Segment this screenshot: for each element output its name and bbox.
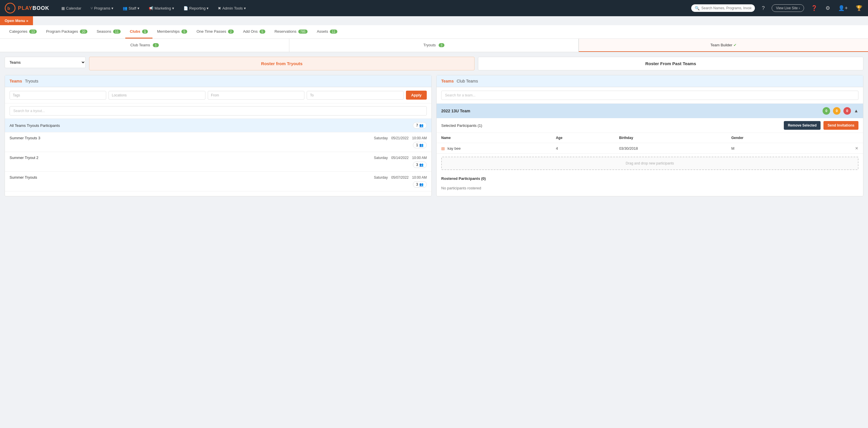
nav-reporting[interactable]: 📄 Reporting ▾ bbox=[182, 5, 210, 11]
table-row: ▤ kay bee 4 03/30/2018 M ✕ bbox=[437, 143, 863, 154]
tryout-row[interactable]: Summer Tryouts Saturday 05/07/2022 10:00… bbox=[5, 172, 431, 192]
team-search-input[interactable] bbox=[441, 91, 859, 100]
global-search-input[interactable] bbox=[701, 6, 751, 10]
nav-staff[interactable]: 👥 Staff ▾ bbox=[121, 5, 141, 11]
open-menu-label[interactable]: Open Menu » bbox=[0, 16, 33, 25]
filter-bar: Apply bbox=[5, 87, 431, 104]
remove-selected-button[interactable]: Remove Selected bbox=[784, 121, 820, 130]
col-actions bbox=[812, 133, 863, 143]
navbar: b PLAYBOOK ▦ Calendar ⑂ Programs ▾ 👥 Sta… bbox=[0, 0, 868, 16]
collapse-icon[interactable]: ▲ bbox=[854, 108, 859, 114]
participant-name: ▤ kay bee bbox=[437, 143, 551, 154]
tryout-name: Summer Tryouts 3 bbox=[9, 136, 370, 140]
settings-icon[interactable]: ⚙ bbox=[824, 4, 831, 12]
tryout-count-badge: 3 👥 bbox=[413, 181, 427, 188]
all-tryouts-count: 7 👥 bbox=[413, 122, 427, 129]
rostered-label: Rostered Participants (0) bbox=[441, 176, 859, 181]
tryout-count-badge: 1 👥 bbox=[413, 142, 427, 148]
person-icon: 👥 bbox=[419, 123, 424, 127]
tryout-time: 10:00 AM bbox=[412, 156, 427, 160]
right-panel: Teams Club Teams 2022 13U Team 0 0 0 ▲ S… bbox=[436, 75, 863, 196]
trophy-icon[interactable]: 🏆 bbox=[855, 4, 863, 12]
tab-assets-badge: 11 bbox=[330, 30, 337, 34]
tab-assets[interactable]: Assets 11 bbox=[312, 25, 342, 38]
person-icon: 👥 bbox=[419, 182, 424, 187]
open-menu-bar[interactable]: Open Menu » bbox=[0, 16, 868, 25]
tab-seasons-badge: 11 bbox=[113, 30, 121, 34]
tab-add-ons[interactable]: Add Ons 5 bbox=[239, 25, 270, 38]
sub-tab-club-teams-badge: 1 bbox=[153, 43, 159, 47]
tab-clubs[interactable]: Clubs 1 bbox=[125, 25, 153, 38]
participant-remove[interactable]: ✕ bbox=[812, 143, 863, 154]
team-name: 2022 13U Team bbox=[441, 109, 820, 113]
drag-drop-area[interactable]: Drag and drop new participants bbox=[441, 156, 859, 170]
tryout-date: 05/07/2022 bbox=[391, 175, 408, 179]
send-invitations-button[interactable]: Send Invitations bbox=[824, 121, 859, 130]
roster-from-tryouts-button[interactable]: Roster from Tryouts bbox=[89, 57, 474, 70]
nav-programs[interactable]: ⑂ Programs ▾ bbox=[89, 5, 115, 11]
apply-button[interactable]: Apply bbox=[406, 91, 427, 99]
locations-input[interactable] bbox=[108, 91, 205, 99]
help-circle-icon[interactable]: ❓ bbox=[810, 4, 818, 12]
staff-icon: 👥 bbox=[123, 6, 127, 10]
tryout-name: Summer Tryouts bbox=[9, 175, 370, 179]
left-panel-header: Teams Tryouts bbox=[5, 75, 431, 87]
sub-tab-tryouts-badge: 3 bbox=[439, 43, 444, 47]
help-icon[interactable]: ? bbox=[761, 4, 766, 12]
participant-gender: M bbox=[726, 143, 812, 154]
panels: Teams Tryouts Apply All Teams Tryouts Pa… bbox=[5, 75, 863, 196]
team-search-bar bbox=[437, 87, 863, 104]
tab-reservations[interactable]: Reservations 785 bbox=[270, 25, 312, 38]
left-header-teams-label: Teams bbox=[9, 79, 22, 83]
tab-one-time-passes-badge: 2 bbox=[228, 30, 234, 34]
selected-participants-bar: Selected Participants (1) Remove Selecte… bbox=[437, 118, 863, 133]
from-input[interactable] bbox=[208, 91, 304, 99]
tab-add-ons-badge: 5 bbox=[259, 30, 265, 34]
participants-table: Name Age Birthday Gender ▤ kay bee 4 bbox=[437, 133, 863, 154]
tryout-day: Saturday bbox=[374, 175, 388, 179]
programs-icon: ⑂ bbox=[91, 6, 93, 10]
logo: b PLAYBOOK bbox=[5, 3, 49, 13]
tab-seasons[interactable]: Seasons 11 bbox=[92, 25, 125, 38]
tab-categories[interactable]: Categories 13 bbox=[5, 25, 41, 38]
sub-tab-tryouts[interactable]: Tryouts 3 bbox=[289, 39, 579, 52]
to-input[interactable] bbox=[307, 91, 403, 99]
left-header-section-label: Tryouts bbox=[25, 79, 38, 83]
tryout-time: 10:00 AM bbox=[412, 136, 427, 140]
all-tryouts-row[interactable]: All Teams Tryouts Participants 7 👥 bbox=[5, 119, 431, 132]
check-icon: ✔ bbox=[734, 43, 737, 47]
tab-memberships[interactable]: Memberships 5 bbox=[153, 25, 192, 38]
sub-tab-club-teams[interactable]: Club Teams 1 bbox=[0, 39, 289, 52]
participant-icon: ▤ bbox=[441, 146, 445, 150]
tryout-count-badge: 3 👥 bbox=[413, 162, 427, 168]
right-panel-header: Teams Club Teams bbox=[437, 75, 863, 87]
teams-dropdown[interactable]: Teams bbox=[5, 57, 86, 68]
roster-from-past-button[interactable]: Roster From Past Teams bbox=[478, 57, 863, 70]
global-search-wrap: 🔍 bbox=[691, 4, 755, 12]
rostered-section: Rostered Participants (0) No participant… bbox=[437, 173, 863, 196]
team-badge-green: 0 bbox=[823, 107, 830, 115]
tab-one-time-passes[interactable]: One Time Passes 2 bbox=[192, 25, 239, 38]
view-live-button[interactable]: View Live Site › bbox=[772, 4, 804, 12]
tags-input[interactable] bbox=[9, 91, 106, 99]
nav-admin[interactable]: ✖ Admin Tools ▾ bbox=[216, 5, 248, 11]
sub-tabs: Club Teams 1 Tryouts 3 Team Builder ✔ bbox=[0, 39, 868, 52]
logo-text: PLAYBOOK bbox=[18, 5, 49, 11]
user-add-icon[interactable]: 👤+ bbox=[837, 4, 849, 12]
remove-participant-icon[interactable]: ✕ bbox=[855, 146, 859, 150]
nav-calendar[interactable]: ▦ Calendar bbox=[60, 5, 83, 11]
col-name: Name bbox=[437, 133, 551, 143]
all-tryouts-label: All Teams Tryouts Participants bbox=[9, 123, 60, 128]
tryout-row[interactable]: Summer Tryout 2 Saturday 05/14/2022 10:0… bbox=[5, 152, 431, 172]
right-header-teams-label: Teams bbox=[441, 79, 454, 83]
team-accordion-header[interactable]: 2022 13U Team 0 0 0 ▲ bbox=[437, 104, 863, 118]
team-badge-yellow: 0 bbox=[833, 107, 840, 115]
sub-tab-team-builder[interactable]: Team Builder ✔ bbox=[579, 39, 868, 52]
nav-marketing[interactable]: 📢 Marketing ▾ bbox=[147, 5, 176, 11]
tryout-name: Summer Tryout 2 bbox=[9, 155, 370, 160]
tryout-search-input[interactable] bbox=[9, 106, 427, 116]
tryout-row[interactable]: Summer Tryouts 3 Saturday 05/21/2022 10:… bbox=[5, 132, 431, 152]
tab-program-packages[interactable]: Program Packages 20 bbox=[41, 25, 92, 38]
admin-icon: ✖ bbox=[218, 6, 221, 10]
svg-point-0 bbox=[5, 3, 15, 13]
